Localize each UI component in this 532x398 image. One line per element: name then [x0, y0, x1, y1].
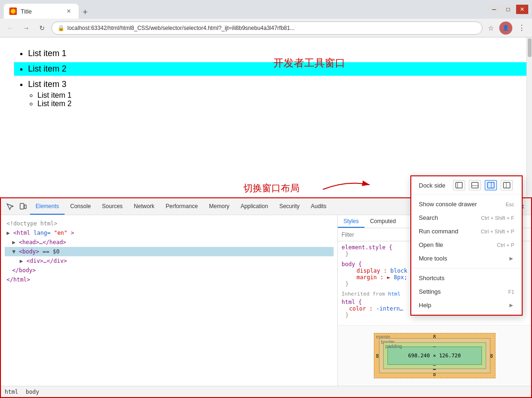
dev-tools-label: 开发者工具窗口	[273, 56, 345, 70]
box-model-diagram: 8 8 8 8 margin border –	[374, 333, 496, 378]
menu-shortcuts[interactable]: Shortcuts	[411, 271, 522, 285]
element-picker-button[interactable]	[4, 201, 16, 213]
html-doctype: <!doctype html>	[5, 219, 334, 228]
window-controls: ─ □ ✕	[488, 5, 528, 14]
address-bar: ← → ↻ 🔒 localhost:63342/html/html8_CSS/w…	[0, 19, 532, 37]
html-body-close[interactable]: </body>	[5, 266, 334, 275]
dock-undock-button[interactable]	[453, 180, 465, 190]
scrollbar-thumb	[528, 38, 532, 57]
tab-network[interactable]: Network	[128, 198, 160, 215]
padding-top-value: –	[433, 344, 436, 349]
security-icon: 🔒	[58, 25, 65, 31]
tab-favicon	[9, 7, 17, 15]
bookmark-button[interactable]: ☆	[485, 22, 496, 34]
html-html-close[interactable]: </html>	[5, 275, 334, 284]
page-scrollbar[interactable]	[526, 37, 532, 197]
dock-side-label: Dock side	[419, 182, 445, 189]
sub-item-1: List item 1	[37, 91, 518, 100]
avatar-button[interactable]: 👤	[499, 22, 512, 35]
menu-search[interactable]: Search Ctrl + Shift + F	[411, 211, 522, 224]
status-bar: html body	[1, 386, 531, 397]
url-bar[interactable]: 🔒 localhost:63342/html/html8_CSS/web/sel…	[51, 22, 482, 35]
tab-elements[interactable]: Elements	[30, 198, 65, 215]
html-body[interactable]: ▼ <body> == $0	[5, 247, 334, 256]
back-button[interactable]: ←	[4, 22, 17, 35]
margin-bottom-inner: –	[433, 366, 436, 371]
padding-box: padding – 698.240 × 126.720 –	[383, 342, 486, 369]
svg-rect-6	[488, 182, 494, 188]
tab-title: Title	[21, 8, 61, 15]
new-tab-button[interactable]: +	[79, 6, 92, 19]
html-head[interactable]: ▶ <head>…</head>	[5, 238, 334, 247]
tab-audits[interactable]: Audits	[305, 198, 332, 215]
sub-list: List item 1 List item 2	[14, 91, 518, 108]
reload-button[interactable]: ↻	[36, 22, 49, 35]
browser-tab[interactable]: Title ✕	[4, 4, 79, 19]
svg-rect-4	[472, 182, 478, 188]
computed-tab[interactable]: Computed	[364, 215, 401, 228]
menu-open-file[interactable]: Open file Ctrl + P	[411, 238, 522, 252]
margin-box: 8 8 8 8 margin border –	[374, 333, 496, 378]
tab-application[interactable]: Application	[235, 198, 274, 215]
tab-console[interactable]: Console	[65, 198, 96, 215]
tab-area: Title ✕ +	[4, 0, 486, 19]
menu-settings[interactable]: Settings F1	[411, 285, 522, 298]
maximize-button[interactable]: □	[502, 5, 514, 14]
tab-memory[interactable]: Memory	[204, 198, 235, 215]
html-tree-panel: <!doctype html> ▶ <html lang= "en" > ▶ <…	[1, 215, 338, 386]
html-div[interactable]: ▶ <div>…</div>	[5, 256, 334, 266]
menu-section-2: Shortcuts Settings F1 Help ►	[411, 268, 522, 315]
status-body[interactable]: body	[26, 389, 39, 395]
tab-performance[interactable]: Performance	[160, 198, 204, 215]
box-model-area: 8 8 8 8 margin border –	[338, 325, 531, 386]
device-toolbar-button[interactable]	[17, 201, 29, 213]
margin-right-value: 8	[490, 353, 493, 358]
menu-more-tools[interactable]: More tools ►	[411, 252, 522, 265]
padding-label: padding	[386, 344, 402, 349]
minimize-button[interactable]: ─	[488, 5, 500, 14]
dock-right-button[interactable]	[485, 180, 497, 190]
svg-rect-8	[503, 182, 510, 188]
dock-side-section: Dock side	[411, 176, 522, 195]
title-bar: Title ✕ + ─ □ ✕	[0, 0, 532, 19]
menu-help[interactable]: Help ►	[411, 298, 522, 312]
tab-security[interactable]: Security	[274, 198, 305, 215]
tab-sources[interactable]: Sources	[96, 198, 128, 215]
url-text: localhost:63342/html/html8_CSS/web/selec…	[67, 25, 476, 31]
styles-tab[interactable]: Styles	[338, 215, 364, 228]
menu-show-console[interactable]: Show console drawer Esc	[411, 197, 522, 211]
list-item-3: List item 3	[28, 78, 518, 91]
close-button[interactable]: ✕	[516, 5, 528, 14]
context-menu: Dock side Show console drawer Esc	[410, 175, 523, 316]
sub-item-2: List item 2	[37, 100, 518, 108]
browser-window: Title ✕ + ─ □ ✕ ← → ↻ 🔒 localhost:63342/…	[0, 0, 532, 398]
menu-run-command[interactable]: Run command Ctrl + Shift + P	[411, 224, 522, 238]
svg-rect-0	[20, 203, 24, 209]
tab-favicon-inner	[11, 9, 15, 14]
forward-button[interactable]: →	[20, 22, 33, 35]
page-body: List item 1 List item 2 List item 3 List…	[0, 37, 532, 197]
html-tag[interactable]: ▶ <html lang= "en" >	[5, 228, 334, 238]
dock-left-button[interactable]	[501, 180, 513, 190]
tab-close-button[interactable]: ✕	[65, 7, 73, 15]
status-html[interactable]: html	[5, 389, 18, 395]
svg-rect-1	[24, 205, 26, 209]
dock-bottom-button[interactable]	[469, 180, 481, 190]
svg-rect-2	[456, 182, 462, 188]
browser-menu-button[interactable]: ⋮	[515, 22, 528, 35]
menu-section-1: Show console drawer Esc Search Ctrl + Sh…	[411, 195, 522, 268]
inherited-link[interactable]: html	[388, 291, 401, 297]
content-size: 698.240 × 126.720	[408, 353, 461, 359]
page-content: List item 1 List item 2 List item 3 List…	[0, 37, 532, 197]
main-list: List item 1 List item 2 List item 3	[14, 47, 518, 91]
